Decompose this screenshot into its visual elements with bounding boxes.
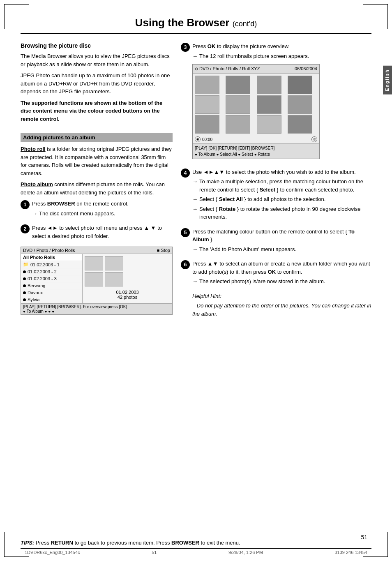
photo-album-label: Photo album — [21, 181, 53, 187]
step-5: 5 Press the matching colour button on th… — [181, 228, 371, 255]
helpful-hint: Helpful Hint: – Do not pay attention to … — [192, 292, 371, 318]
step-3: 3 Press OK to display the picture overvi… — [181, 42, 371, 163]
step-2-content: Press ◄► to select photo roll menu and p… — [32, 224, 173, 242]
screen-2-header-left: ⊙ DVD / Photo / Rolls / Roll XYZ — [195, 65, 260, 72]
thumb-2 — [105, 256, 123, 270]
browsing-para1: The Media Browser allows you to view the… — [21, 52, 173, 68]
thumb-4 — [105, 272, 123, 286]
select-bold: Select — [260, 187, 275, 193]
time-circle-right: ◎ — [311, 136, 317, 142]
title-cont: (cont'd) — [233, 20, 257, 28]
tips-label: TIPS: — [21, 540, 34, 546]
screen-2-header-right: 06/06/2004 — [295, 65, 317, 72]
screen-2-timebar: ◉ 00:00 ◎ — [193, 136, 319, 143]
step-4-num: 4 — [181, 169, 190, 178]
screen-list-item-4: Berwang — [21, 282, 82, 289]
step-6-arrow: The selected photo(s) is/are now stored … — [192, 277, 371, 286]
separator — [21, 128, 173, 128]
step-1-content: Press BROWSER on the remote control. The… — [32, 200, 173, 219]
grid-thumb-12 — [288, 115, 312, 134]
english-tab: English — [383, 66, 392, 95]
step-3-num: 3 — [181, 43, 190, 52]
screen-mockup-2: ⊙ DVD / Photo / Rolls / Roll XYZ 06/06/2… — [192, 64, 320, 159]
tips-bar: TIPS: Press RETURN to go back to previou… — [21, 537, 371, 549]
thumb-row-2 — [85, 272, 170, 286]
item-label-2: 01.02.2003 - 2 — [28, 269, 57, 274]
thumb-1 — [85, 256, 103, 270]
screen-2-footer-dots: ● To Album ● Select All ● Select ● Rotat… — [195, 151, 317, 157]
screen-1-header: DVD / Photo / Photo Rolls ■ Stop — [21, 247, 172, 254]
step-6-content: Press ▲▼ to select an album or create a … — [192, 260, 371, 319]
thumb-3 — [85, 272, 103, 286]
grid-thumb-1 — [195, 76, 219, 94]
dot-4 — [23, 284, 26, 287]
ok-bold-6: OK — [268, 269, 276, 275]
screen-list-item-0: All Photo Rolls — [21, 254, 82, 261]
grid-thumb-6 — [226, 95, 250, 114]
screen-2-grid — [193, 74, 319, 136]
browsing-para3: The supported functions are shown at the… — [21, 99, 173, 123]
select-all-bold: Select All — [219, 196, 243, 202]
helpful-hint-label: Helpful Hint: — [192, 292, 371, 300]
photo-roll-label: Photo roll — [21, 146, 46, 152]
step-1: 1 Press BROWSER on the remote control. T… — [21, 200, 173, 219]
footer-center: 51 — [152, 550, 157, 555]
screen-1-list: All Photo Rolls 📁 01.02.2003 - 1 01.02.2… — [21, 254, 83, 303]
step-3-bold: OK — [208, 43, 216, 49]
screen-2-header: ⊙ DVD / Photo / Rolls / Roll XYZ 06/06/2… — [193, 65, 319, 74]
time-text: 00:00 — [202, 136, 212, 143]
photo-album-para: Photo album contains different pictures … — [21, 180, 173, 196]
step-2-num: 2 — [21, 224, 30, 233]
screen-1-right: 01.02.2003 42 photos — [83, 254, 172, 303]
step-4-arrow2: Select { Select All } to add all photos … — [192, 195, 371, 203]
adding-section-header: Adding pictures to an album — [21, 133, 173, 142]
grid-thumb-3 — [257, 76, 281, 94]
grid-thumb-7 — [257, 95, 281, 114]
dot-3 — [23, 277, 26, 280]
date-text: 01.02.2003 — [85, 290, 170, 295]
grid-thumb-8 — [288, 95, 312, 114]
page-title: Using the Browser (cont'd) — [21, 8, 371, 34]
left-column: Browsing the picture disc The Media Brow… — [21, 42, 173, 324]
step-2-text: Press ◄► to select photo roll menu and p… — [32, 224, 173, 240]
step-1-arrow: The disc content menu appears. — [32, 210, 173, 218]
footer-far-right: 3139 246 13454 — [334, 550, 367, 555]
corner-border-top-right — [363, 4, 388, 29]
step-1-bold: BROWSER — [47, 201, 75, 207]
step-4-text: Use ◄►▲▼ to select the photo which you w… — [192, 168, 371, 176]
to-album-bold: To Album — [192, 229, 355, 243]
step-3-content: Press OK to display the picture overview… — [192, 42, 371, 163]
rotate-bold: Rotate — [219, 206, 235, 212]
grid-thumb-11 — [257, 115, 281, 134]
helpful-hint-text: – Do not pay attention to the order of t… — [192, 302, 371, 318]
folder-icon-1: 📁 — [23, 262, 29, 267]
screen-mockup-1: DVD / Photo / Photo Rolls ■ Stop All Pho… — [21, 247, 173, 315]
step-6: 6 Press ▲▼ to select an album or create … — [181, 260, 371, 319]
browser-bold: BROWSER — [171, 540, 199, 546]
item-label-1: 01.02.2003 - 1 — [30, 262, 60, 267]
step-5-num: 5 — [181, 228, 190, 237]
step-4: 4 Use ◄►▲▼ to select the photo which you… — [181, 168, 371, 223]
item-label-4: Berwang — [28, 283, 45, 288]
footer-right: 9/28/04, 1:26 PM — [228, 550, 263, 555]
item-label-3: 01.02.2003 - 3 — [28, 276, 57, 281]
step-5-arrow: The 'Add to Photo Album' menu appears. — [192, 245, 371, 254]
photos-text: 42 photos — [85, 295, 170, 300]
screen-list-item-1: 📁 01.02.2003 - 1 — [21, 261, 82, 268]
time-circle: ◉ — [195, 136, 201, 142]
dot-5 — [23, 291, 26, 294]
screen-list-item-6: Sylvia — [21, 296, 82, 303]
step-5-content: Press the matching colour button on the … — [192, 228, 371, 255]
grid-thumb-10 — [226, 115, 250, 134]
step-2: 2 Press ◄► to select photo roll menu and… — [21, 224, 173, 242]
screen-1-date: 01.02.2003 42 photos — [85, 290, 170, 300]
screen-list-item-2: 01.02.2003 - 2 — [21, 268, 82, 275]
browsing-section-header: Browsing the picture disc — [21, 42, 173, 49]
step-1-text2: on the remote control. — [75, 201, 129, 207]
title-text: Using the Browser — [135, 16, 230, 29]
grid-thumb-4 — [288, 76, 312, 94]
footer-left: 1DVDR6xx_Eng00_13454c — [25, 550, 80, 555]
screen-1-header-right: ■ Stop — [157, 248, 170, 253]
screen-list-item-3: 01.02.2003 - 3 — [21, 275, 82, 282]
grid-thumb-5 — [195, 95, 219, 114]
